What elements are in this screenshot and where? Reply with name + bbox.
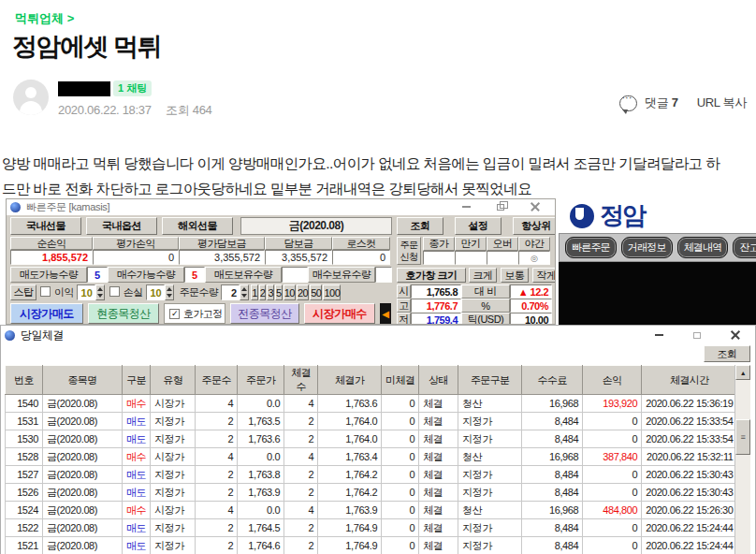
url-copy-button[interactable]: URL 복사: [697, 95, 747, 111]
qty-button-10[interactable]: 10: [284, 284, 296, 300]
column-header-주문수[interactable]: 주문수: [196, 366, 238, 395]
table-row[interactable]: 1530금(2020.08)매도지정가21,763.621,764.00체결지정…: [6, 430, 738, 448]
avatar[interactable]: [13, 80, 49, 115]
close-icon[interactable]: [731, 330, 740, 340]
column-header-상태[interactable]: 상태: [419, 366, 458, 395]
qty-button-3[interactable]: 3: [267, 284, 274, 300]
qty-button-5[interactable]: 5: [275, 284, 283, 300]
table-cell: 193,920: [583, 395, 642, 413]
breadcrumb-label: 먹튀업체: [15, 11, 64, 25]
column-header-유형[interactable]: 유형: [151, 366, 196, 395]
qty-button-20[interactable]: 20: [297, 284, 309, 300]
table-row[interactable]: 1522금(2020.08)매도지정가21,764.521,764.90체결지정…: [6, 519, 738, 537]
order-qty-stepper[interactable]: 2: [221, 284, 249, 300]
post-body-line2: 드만 바로 전화 차단하고 로그아웃당하네요 밑부분 거래내역은 강퇴당해서 못…: [2, 176, 756, 201]
scroll-up-button[interactable]: ▲: [735, 365, 750, 380]
table-cell: 0: [583, 466, 642, 484]
table-row[interactable]: 1528금(2020.08)매수시장가40.041,763.40체결청산16,9…: [6, 448, 738, 466]
profit-checkbox[interactable]: [40, 286, 51, 297]
tab-국내선물[interactable]: 국내선물: [10, 217, 81, 235]
scrollbar-thumb[interactable]: ≡: [735, 419, 750, 455]
table-cell: 금(2020.08): [43, 484, 123, 502]
column-header-수수료[interactable]: 수수료: [522, 366, 583, 395]
qty-button-50[interactable]: 50: [310, 284, 322, 300]
column-header-구분[interactable]: 구분: [123, 366, 151, 395]
author-badge[interactable]: 1 채팅: [113, 80, 152, 96]
liquidate-all-button[interactable]: 전종목청산: [230, 303, 299, 324]
table-cell: 1,764.0: [318, 413, 382, 430]
table-cell: 매수: [123, 395, 151, 413]
summary-header: 순손익: [10, 237, 93, 250]
table-cell: 체결: [419, 537, 458, 554]
price-row: 고1,776.7%0.70%: [397, 299, 552, 313]
table-row[interactable]: 1531금(2020.08)매도지정가21,763.521,764.00체결지정…: [6, 413, 738, 430]
order-qty-spinner-arrows[interactable]: [240, 284, 249, 300]
column-header-체결시간[interactable]: 체결시간: [642, 366, 737, 395]
table-cell: 1528: [6, 448, 43, 466]
table-row[interactable]: 1540금(2020.08)매수시장가40.041,763.60체결청산16,9…: [6, 395, 738, 413]
column-header-체결수[interactable]: 체결수: [284, 366, 318, 395]
table-row[interactable]: 1524금(2020.08)매수시장가40.041,763.90체결청산16,9…: [6, 502, 738, 519]
qty-button-1[interactable]: 1: [251, 284, 258, 300]
minimize-icon[interactable]: [462, 206, 471, 208]
table-row[interactable]: 1521금(2020.08)매도지정가21,764.621,764.90체결지정…: [6, 537, 738, 554]
table-row[interactable]: 1526금(2020.08)매도지정가21,763.921,764.20체결지정…: [6, 484, 738, 502]
table-cell: 2: [284, 430, 318, 448]
table-cell: 1522: [6, 519, 43, 537]
restore-icon[interactable]: [497, 204, 504, 211]
close-icon[interactable]: [531, 202, 540, 211]
tab-국내옵션[interactable]: 국내옵션: [86, 217, 157, 235]
toolbar-button-빠른주문[interactable]: 빠른주문: [565, 237, 617, 258]
summary-value: 0: [93, 250, 179, 265]
query-button[interactable]: 조회: [704, 345, 750, 362]
toolbar-button-거래정보[interactable]: 거래정보: [621, 237, 673, 258]
profit-stepper[interactable]: 10: [77, 284, 105, 300]
button-조회[interactable]: 조회: [397, 217, 443, 235]
column-header-손익[interactable]: 손익: [583, 366, 642, 395]
button-항상위[interactable]: 항상위: [513, 217, 556, 235]
hoga-fix-checkbox[interactable]: ✓: [169, 309, 180, 319]
button-설정[interactable]: 설정: [455, 217, 502, 235]
breadcrumb[interactable]: 먹튀업체 >: [15, 10, 74, 27]
table-cell: 금(2020.08): [43, 413, 123, 430]
market-sell-button[interactable]: 시장가매도: [10, 303, 83, 324]
scrollbar[interactable]: ▲ ≡: [734, 365, 750, 554]
qty-button-100[interactable]: 100: [323, 284, 341, 300]
profit-value: 10: [77, 284, 95, 300]
table-cell: 16,968: [522, 448, 583, 466]
column-header-종목명[interactable]: 종목명: [43, 366, 123, 395]
summary-value: 3,355,572: [265, 250, 332, 265]
size-button-크게[interactable]: 크게: [469, 268, 497, 283]
stop-button[interactable]: 스탑: [10, 284, 36, 300]
column-header-미체결[interactable]: 미체결: [382, 366, 419, 395]
toolbar-button-잔고평가[interactable]: 잔고평가: [733, 237, 756, 258]
column-header-주문구분[interactable]: 주문구분: [458, 366, 522, 395]
column-header-주문가[interactable]: 주문가: [238, 366, 284, 395]
comments-link[interactable]: 댓글 7: [645, 95, 678, 111]
column-header-체결가[interactable]: 체결가: [318, 366, 382, 395]
maximize-icon[interactable]: [693, 332, 701, 339]
size-button-작게[interactable]: 작게: [532, 268, 556, 283]
fills-titlebar[interactable]: 당일체결: [1, 326, 755, 344]
table-row[interactable]: 1527금(2020.08)매도지정가21,763.821,764.20체결지정…: [6, 466, 738, 484]
window-controls: [462, 202, 540, 211]
size-button-보통[interactable]: 보통: [501, 268, 529, 283]
minimize-icon[interactable]: [655, 334, 663, 336]
tab-해외선물[interactable]: 해외선물: [162, 217, 233, 235]
collapse-left-arrow-button[interactable]: ◀: [380, 303, 391, 324]
toolbar-button-체결내역[interactable]: 체결내역: [677, 237, 729, 258]
liquidate-current-button[interactable]: 현종목청산: [88, 303, 159, 324]
loss-stepper[interactable]: 10: [146, 284, 174, 300]
qty-button-2[interactable]: 2: [259, 284, 267, 300]
table-cell: 지정가: [458, 430, 522, 448]
profit-spinner-arrows[interactable]: [95, 284, 105, 300]
loss-checkbox[interactable]: [109, 286, 120, 297]
hoga-fix-toggle[interactable]: ✓ 호가고정: [164, 303, 225, 324]
market-buy-button[interactable]: 시장가매수: [304, 303, 375, 324]
table-cell: 매도: [123, 430, 151, 448]
column-header-번호[interactable]: 번호: [6, 366, 43, 395]
market-tabs: 국내선물국내옵션해외선물: [10, 217, 233, 235]
loss-spinner-arrows[interactable]: [165, 284, 174, 300]
quick-order-titlebar[interactable]: 빠른주문 [kamasis]: [7, 199, 555, 215]
table-cell: 청산: [458, 502, 522, 519]
